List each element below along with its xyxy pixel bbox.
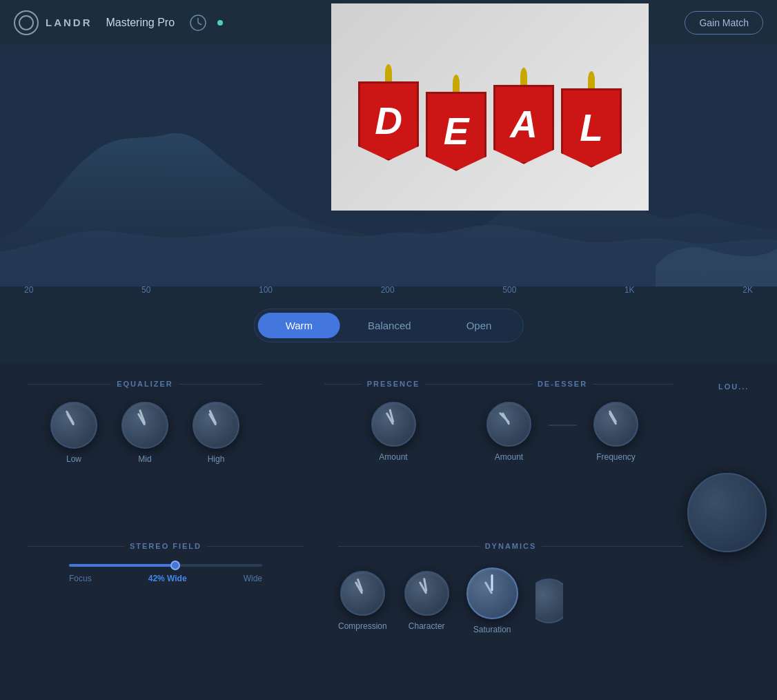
clock-icon [188, 13, 208, 32]
de-esser-freq-container: Frequency [593, 402, 638, 462]
stereo-slider-thumb[interactable] [170, 561, 180, 570]
presence-section: PRESENCE Amount [324, 380, 462, 462]
gain-match-button[interactable]: Gain Match [685, 11, 763, 35]
stereo-field-section: STEREO FIELD Focus 42% Wide Wide [28, 542, 304, 583]
eq-low-knob[interactable] [50, 402, 97, 449]
freq-200: 200 [381, 285, 395, 295]
de-esser-line-left [452, 384, 532, 385]
stereo-value: 42% Wide [148, 574, 187, 583]
saturation-knob-container: Saturation [466, 567, 518, 634]
logo-text: LANDR [46, 17, 92, 28]
presence-amount-label: Amount [379, 452, 407, 462]
style-selector: Warm Balanced Open [254, 309, 524, 342]
style-balanced-button[interactable]: Balanced [340, 313, 439, 338]
saturation-label: Saturation [473, 625, 511, 634]
equalizer-section: EQUALIZER Low Mid High [28, 380, 262, 464]
de-esser-amount-knob[interactable] [486, 402, 531, 447]
eq-line-right [179, 384, 262, 385]
de-esser-amount-container: Amount [486, 402, 531, 462]
dynamics-line-left [338, 546, 480, 547]
large-right-knob[interactable] [687, 473, 767, 552]
compression-knob[interactable] [340, 571, 385, 616]
deal-image-overlay: D E A L [331, 3, 649, 211]
freq-500: 500 [502, 285, 516, 295]
eq-high-knob[interactable] [193, 402, 239, 449]
deal-letter-l: L [561, 88, 622, 168]
character-knob[interactable] [404, 571, 449, 616]
style-open-button[interactable]: Open [439, 313, 520, 338]
freq-20: 20 [24, 285, 33, 295]
de-esser-amount-label: Amount [495, 452, 523, 462]
de-esser-freq-label: Frequency [596, 452, 636, 462]
stereo-line-left [28, 546, 124, 547]
deal-letter-d: D [358, 81, 419, 161]
active-indicator [217, 20, 223, 26]
stereo-label: STEREO FIELD [130, 542, 201, 550]
stereo-slider-track [69, 564, 262, 567]
freq-100: 100 [259, 285, 273, 295]
freq-50: 50 [141, 285, 150, 295]
logo-inner [19, 15, 34, 30]
app-title: Mastering Pro [106, 17, 175, 29]
freq-1k: 1K [624, 285, 635, 295]
loudness-section: LOU... [718, 380, 774, 392]
eq-high-label: High [208, 454, 225, 464]
deal-image: D E A L [331, 3, 649, 211]
de-esser-section: DE-ESSER Amount Frequency [452, 380, 673, 462]
stereo-line-right [207, 546, 304, 547]
eq-low-label: Low [66, 454, 81, 464]
eq-label: EQUALIZER [117, 380, 173, 388]
eq-low-knob-container: Low [50, 402, 97, 464]
svg-line-2 [198, 23, 201, 25]
compression-label: Compression [338, 621, 387, 631]
timer-area [188, 13, 223, 32]
dynamics-line-right [542, 546, 683, 547]
loudness-label: LOU... [718, 382, 749, 391]
freq-labels: 20 50 100 200 500 1K 2K [0, 285, 777, 295]
de-esser-freq-knob[interactable] [593, 402, 638, 447]
de-esser-connector [549, 425, 576, 426]
saturation-knob[interactable] [466, 567, 518, 619]
deal-letter-e: E [426, 92, 486, 171]
dynamics-section: DYNAMICS Compression Character Saturatio… [338, 542, 683, 634]
eq-high-knob-container: High [193, 402, 239, 464]
freq-2k: 2K [742, 285, 753, 295]
deal-letter-a: A [493, 85, 554, 164]
stereo-slider-labels: Focus 42% Wide Wide [69, 574, 262, 583]
extra-dynamics-knob-container [535, 579, 563, 623]
stereo-slider-area: Focus 42% Wide Wide [28, 564, 304, 583]
presence-label: PRESENCE [367, 380, 420, 388]
dynamics-label: DYNAMICS [485, 542, 537, 550]
de-esser-line-right [593, 384, 673, 385]
eq-mid-label: Mid [138, 454, 151, 464]
compression-knob-container: Compression [338, 571, 387, 631]
eq-line-left [28, 384, 111, 385]
presence-amount-container: Amount [371, 402, 416, 462]
stereo-slider-fill [69, 564, 175, 567]
presence-amount-knob[interactable] [371, 402, 416, 447]
stereo-wide-label: Wide [244, 574, 262, 583]
stereo-focus-label: Focus [69, 574, 92, 583]
eq-mid-knob[interactable] [121, 402, 168, 449]
presence-line-left [324, 384, 362, 385]
de-esser-label: DE-ESSER [538, 380, 587, 388]
extra-dynamics-knob[interactable] [535, 579, 563, 623]
style-warm-button[interactable]: Warm [258, 313, 340, 338]
character-knob-container: Character [404, 571, 449, 631]
character-label: Character [409, 621, 445, 631]
logo-icon [14, 10, 39, 35]
eq-mid-knob-container: Mid [121, 402, 168, 464]
